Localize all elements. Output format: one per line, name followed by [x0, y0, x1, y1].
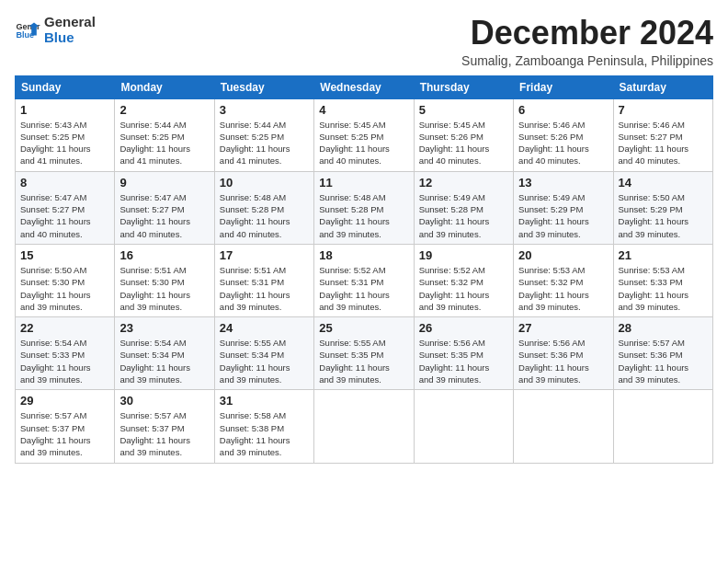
calendar-cell: 15 Sunrise: 5:50 AMSunset: 5:30 PMDaylig… — [16, 244, 115, 316]
location-subtitle: Sumalig, Zamboanga Peninsula, Philippine… — [461, 53, 713, 68]
calendar-cell: 11 Sunrise: 5:48 AMSunset: 5:28 PMDaylig… — [314, 171, 414, 244]
calendar-cell: 9 Sunrise: 5:47 AMSunset: 5:27 PMDayligh… — [115, 171, 214, 244]
calendar-cell: 16 Sunrise: 5:51 AMSunset: 5:30 PMDaylig… — [115, 244, 214, 316]
calendar-cell: 14 Sunrise: 5:50 AMSunset: 5:29 PMDaylig… — [613, 171, 712, 244]
day-info: Sunrise: 5:44 AMSunset: 5:25 PMDaylight:… — [119, 119, 209, 167]
calendar-cell: 7 Sunrise: 5:46 AMSunset: 5:27 PMDayligh… — [613, 98, 712, 171]
day-number: 11 — [319, 176, 408, 190]
calendar-table: SundayMondayTuesdayWednesdayThursdayFrid… — [15, 75, 713, 464]
day-info: Sunrise: 5:53 AMSunset: 5:33 PMDaylight:… — [619, 264, 708, 313]
col-header-wednesday: Wednesday — [314, 75, 414, 98]
day-number: 18 — [319, 248, 408, 262]
col-header-tuesday: Tuesday — [214, 75, 313, 98]
day-number: 1 — [20, 103, 109, 117]
col-header-saturday: Saturday — [613, 75, 712, 98]
day-info: Sunrise: 5:50 AMSunset: 5:30 PMDaylight:… — [20, 264, 109, 313]
calendar-cell — [613, 390, 712, 463]
header: General Blue General Blue December 2024 … — [15, 15, 713, 68]
calendar-cell: 25 Sunrise: 5:55 AMSunset: 5:35 PMDaylig… — [314, 317, 414, 390]
calendar-cell: 19 Sunrise: 5:52 AMSunset: 5:32 PMDaylig… — [414, 244, 513, 316]
calendar-week-3: 15 Sunrise: 5:50 AMSunset: 5:30 PMDaylig… — [16, 244, 713, 316]
calendar-cell — [314, 390, 414, 463]
calendar-cell: 21 Sunrise: 5:53 AMSunset: 5:33 PMDaylig… — [613, 244, 712, 316]
logo-line1: General — [44, 15, 96, 30]
day-number: 19 — [419, 248, 508, 262]
calendar-cell: 24 Sunrise: 5:55 AMSunset: 5:34 PMDaylig… — [214, 317, 313, 390]
day-number: 27 — [518, 321, 608, 335]
calendar-cell: 26 Sunrise: 5:56 AMSunset: 5:35 PMDaylig… — [414, 317, 513, 390]
day-info: Sunrise: 5:55 AMSunset: 5:34 PMDaylight:… — [220, 337, 309, 385]
day-info: Sunrise: 5:52 AMSunset: 5:31 PMDaylight:… — [319, 264, 408, 313]
calendar-cell: 10 Sunrise: 5:48 AMSunset: 5:28 PMDaylig… — [214, 171, 313, 244]
day-number: 24 — [220, 321, 309, 335]
day-number: 8 — [20, 176, 109, 190]
calendar-cell — [414, 390, 513, 463]
day-number: 31 — [220, 394, 309, 408]
day-number: 25 — [319, 321, 408, 335]
svg-text:Blue: Blue — [16, 30, 34, 40]
logo-icon: General Blue — [15, 17, 40, 43]
day-info: Sunrise: 5:54 AMSunset: 5:34 PMDaylight:… — [119, 337, 209, 385]
calendar-cell: 8 Sunrise: 5:47 AMSunset: 5:27 PMDayligh… — [16, 171, 115, 244]
day-number: 14 — [619, 176, 708, 190]
day-number: 29 — [20, 394, 109, 408]
calendar-cell: 22 Sunrise: 5:54 AMSunset: 5:33 PMDaylig… — [16, 317, 115, 390]
day-number: 10 — [220, 176, 309, 190]
day-number: 16 — [119, 248, 209, 262]
col-header-friday: Friday — [514, 75, 613, 98]
logo: General Blue General Blue — [15, 15, 96, 45]
calendar-cell: 17 Sunrise: 5:51 AMSunset: 5:31 PMDaylig… — [214, 244, 313, 316]
day-number: 3 — [220, 103, 309, 117]
calendar-cell: 12 Sunrise: 5:49 AMSunset: 5:28 PMDaylig… — [414, 171, 513, 244]
day-info: Sunrise: 5:47 AMSunset: 5:27 PMDaylight:… — [20, 191, 109, 240]
calendar-cell: 18 Sunrise: 5:52 AMSunset: 5:31 PMDaylig… — [314, 244, 414, 316]
day-number: 28 — [619, 321, 708, 335]
calendar-cell: 29 Sunrise: 5:57 AMSunset: 5:37 PMDaylig… — [16, 390, 115, 463]
calendar-header-row: SundayMondayTuesdayWednesdayThursdayFrid… — [16, 75, 713, 98]
calendar-cell: 3 Sunrise: 5:44 AMSunset: 5:25 PMDayligh… — [214, 98, 313, 171]
day-info: Sunrise: 5:57 AMSunset: 5:37 PMDaylight:… — [20, 409, 109, 458]
day-info: Sunrise: 5:50 AMSunset: 5:29 PMDaylight:… — [619, 191, 708, 240]
calendar-week-5: 29 Sunrise: 5:57 AMSunset: 5:37 PMDaylig… — [16, 390, 713, 463]
logo-line2: Blue — [44, 30, 96, 46]
day-number: 20 — [518, 248, 608, 262]
day-info: Sunrise: 5:46 AMSunset: 5:27 PMDaylight:… — [619, 119, 708, 167]
day-info: Sunrise: 5:47 AMSunset: 5:27 PMDaylight:… — [119, 191, 209, 240]
calendar-cell: 2 Sunrise: 5:44 AMSunset: 5:25 PMDayligh… — [115, 98, 214, 171]
calendar-cell: 20 Sunrise: 5:53 AMSunset: 5:32 PMDaylig… — [514, 244, 613, 316]
day-info: Sunrise: 5:57 AMSunset: 5:37 PMDaylight:… — [119, 409, 209, 458]
day-info: Sunrise: 5:49 AMSunset: 5:28 PMDaylight:… — [419, 191, 508, 240]
day-number: 21 — [619, 248, 708, 262]
day-number: 6 — [518, 103, 608, 117]
col-header-thursday: Thursday — [414, 75, 513, 98]
calendar-cell: 6 Sunrise: 5:46 AMSunset: 5:26 PMDayligh… — [514, 98, 613, 171]
day-info: Sunrise: 5:51 AMSunset: 5:31 PMDaylight:… — [220, 264, 309, 313]
calendar-cell: 4 Sunrise: 5:45 AMSunset: 5:25 PMDayligh… — [314, 98, 414, 171]
calendar-cell: 28 Sunrise: 5:57 AMSunset: 5:36 PMDaylig… — [613, 317, 712, 390]
calendar-cell: 27 Sunrise: 5:56 AMSunset: 5:36 PMDaylig… — [514, 317, 613, 390]
day-number: 15 — [20, 248, 109, 262]
calendar-week-4: 22 Sunrise: 5:54 AMSunset: 5:33 PMDaylig… — [16, 317, 713, 390]
day-info: Sunrise: 5:44 AMSunset: 5:25 PMDaylight:… — [220, 119, 309, 167]
day-info: Sunrise: 5:46 AMSunset: 5:26 PMDaylight:… — [518, 119, 608, 167]
calendar-week-2: 8 Sunrise: 5:47 AMSunset: 5:27 PMDayligh… — [16, 171, 713, 244]
day-number: 26 — [419, 321, 508, 335]
calendar-cell — [514, 390, 613, 463]
title-area: December 2024 Sumalig, Zamboanga Peninsu… — [461, 15, 713, 68]
col-header-sunday: Sunday — [16, 75, 115, 98]
day-info: Sunrise: 5:49 AMSunset: 5:29 PMDaylight:… — [518, 191, 608, 240]
day-info: Sunrise: 5:53 AMSunset: 5:32 PMDaylight:… — [518, 264, 608, 313]
calendar-cell: 13 Sunrise: 5:49 AMSunset: 5:29 PMDaylig… — [514, 171, 613, 244]
day-number: 23 — [119, 321, 209, 335]
day-info: Sunrise: 5:57 AMSunset: 5:36 PMDaylight:… — [619, 337, 708, 385]
day-info: Sunrise: 5:45 AMSunset: 5:25 PMDaylight:… — [319, 119, 408, 167]
calendar-cell: 1 Sunrise: 5:43 AMSunset: 5:25 PMDayligh… — [16, 98, 115, 171]
day-number: 22 — [20, 321, 109, 335]
day-info: Sunrise: 5:45 AMSunset: 5:26 PMDaylight:… — [419, 119, 508, 167]
calendar-cell: 5 Sunrise: 5:45 AMSunset: 5:26 PMDayligh… — [414, 98, 513, 171]
day-info: Sunrise: 5:54 AMSunset: 5:33 PMDaylight:… — [20, 337, 109, 385]
day-number: 9 — [119, 176, 209, 190]
day-number: 7 — [619, 103, 708, 117]
month-title: December 2024 — [461, 15, 713, 52]
day-info: Sunrise: 5:48 AMSunset: 5:28 PMDaylight:… — [220, 191, 309, 240]
